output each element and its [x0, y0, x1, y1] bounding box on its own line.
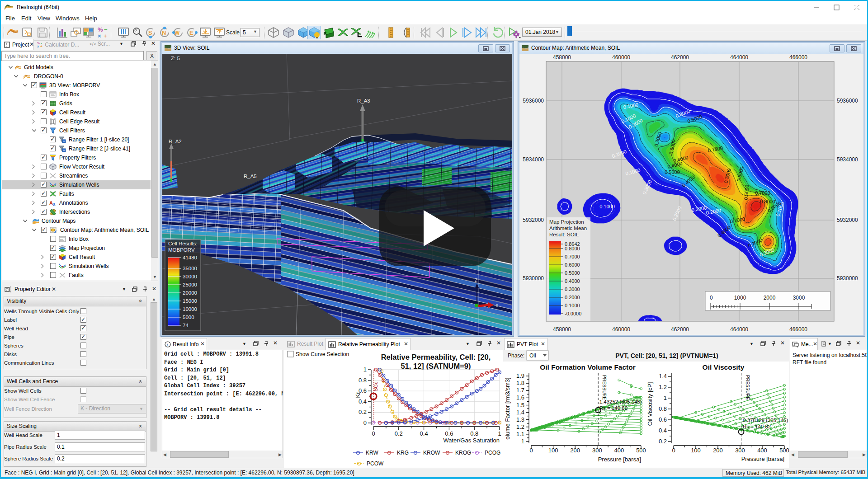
svg-text:400: 400: [757, 447, 767, 454]
svg-text:5930000: 5930000: [523, 275, 544, 282]
svg-text:Rs = 140.82: Rs = 140.82: [743, 424, 771, 429]
svg-text:Relative Permeability, Cell: [: Relative Permeability, Cell: [20,: [381, 353, 491, 361]
svg-text:0.378129 (305.145): 0.378129 (305.145): [743, 418, 788, 423]
svg-text:0: 0: [372, 430, 375, 437]
svg-text:Result: SOIL: Result: SOIL: [549, 232, 579, 237]
svg-text:462000: 462000: [671, 54, 689, 61]
svg-text:1.6: 1.6: [516, 394, 524, 401]
svg-text:X: X: [495, 303, 499, 308]
svg-text:Rs = 140.82: Rs = 140.82: [599, 405, 627, 411]
svg-text:300: 300: [592, 447, 602, 454]
svg-text:olume Factor [rm3/sm3]: olume Factor [rm3/sm3]: [504, 377, 511, 439]
svg-text:462000: 462000: [671, 326, 689, 333]
svg-text:0.6: 0.6: [445, 430, 453, 437]
svg-text:5936000: 5936000: [523, 98, 544, 104]
svg-text:1.4: 1.4: [516, 409, 524, 416]
svg-text:PCOG: PCOG: [485, 450, 500, 456]
svg-text:0: 0: [363, 419, 367, 426]
svg-text:x: x: [37, 44, 39, 47]
svg-text:PCOW: PCOW: [367, 460, 384, 467]
svg-text:5936000: 5936000: [837, 98, 858, 104]
svg-text:KROW: KROW: [423, 450, 440, 456]
svg-text:5930000: 5930000: [837, 275, 858, 282]
svg-text:3000: 3000: [793, 295, 805, 301]
svg-text:35000: 35000: [183, 266, 197, 271]
svg-text:1: 1: [498, 430, 501, 437]
svg-text:KRW: KRW: [366, 450, 378, 456]
svg-text:30000: 30000: [183, 274, 197, 279]
svg-text:500: 500: [636, 447, 646, 454]
svg-text:200: 200: [713, 447, 723, 454]
svg-text:−: −: [104, 26, 108, 33]
svg-text:41480: 41480: [183, 255, 197, 260]
svg-text:5934000: 5934000: [837, 156, 858, 163]
svg-text:0.1000: 0.1000: [599, 204, 615, 209]
svg-text:1.5: 1.5: [516, 402, 524, 409]
svg-text:460000: 460000: [612, 326, 630, 333]
svg-text:0.8: 0.8: [470, 430, 478, 437]
svg-text:Water/Gas Saturation: Water/Gas Saturation: [443, 437, 500, 444]
svg-text:1.3: 1.3: [516, 416, 524, 423]
svg-text:0.7000: 0.7000: [565, 254, 580, 259]
svg-text:1.7: 1.7: [516, 387, 524, 394]
svg-text:Oil Viscosity [cP]: Oil Viscosity [cP]: [646, 382, 653, 426]
svg-text:0.2: 0.2: [659, 438, 667, 445]
svg-text:0: 0: [672, 447, 675, 454]
svg-text:466000: 466000: [789, 54, 807, 61]
svg-text:1000: 1000: [734, 295, 746, 301]
svg-text:Pressure [barsa]: Pressure [barsa]: [598, 456, 641, 463]
svg-text:20000: 20000: [183, 290, 197, 296]
svg-text:0.8000: 0.8000: [565, 246, 580, 251]
svg-text:464000: 464000: [730, 54, 748, 61]
svg-text:100: 100: [548, 447, 558, 454]
svg-text:400: 400: [614, 447, 624, 454]
svg-text:1: 1: [363, 366, 367, 373]
svg-text:51, 12] (SATNUM=9): 51, 12] (SATNUM=9): [401, 362, 471, 370]
svg-text:0.6000: 0.6000: [565, 262, 580, 268]
svg-text:1: 1: [664, 394, 667, 401]
svg-text:0.4: 0.4: [359, 398, 367, 405]
svg-text:464000: 464000: [730, 326, 748, 333]
svg-text:2000: 2000: [764, 295, 776, 301]
svg-text:Z: Z: [475, 278, 477, 283]
svg-text:KRG: KRG: [397, 450, 409, 456]
svg-text:0.3000: 0.3000: [565, 286, 580, 292]
svg-text:Z: 5: Z: 5: [171, 56, 180, 61]
svg-text:i: i: [167, 343, 168, 347]
svg-text:100: 100: [691, 447, 701, 454]
svg-text:458000: 458000: [553, 54, 571, 61]
svg-text:0.4: 0.4: [659, 427, 667, 434]
svg-text:1.2: 1.2: [659, 384, 667, 390]
svg-text:0.8000: 0.8000: [760, 199, 775, 204]
svg-text:1.8: 1.8: [516, 380, 524, 386]
svg-text:5000: 5000: [183, 315, 194, 320]
svg-text:Oil: Oil: [529, 352, 536, 359]
svg-text:Cell Results:: Cell Results:: [168, 241, 198, 246]
svg-text:0.6: 0.6: [659, 416, 667, 423]
svg-text:1.1: 1.1: [516, 431, 524, 437]
svg-text:458000: 458000: [553, 326, 571, 333]
svg-text:+: +: [40, 44, 42, 47]
svg-text:Kr: Kr: [354, 392, 361, 398]
svg-text:0.5000: 0.5000: [665, 169, 680, 175]
svg-text:0.1000: 0.1000: [565, 303, 580, 308]
svg-text:0.4000: 0.4000: [565, 278, 580, 284]
svg-text:E: E: [189, 29, 193, 36]
svg-text:Arithmetic Mean: Arithmetic Mean: [549, 225, 587, 231]
svg-text:5932000: 5932000: [837, 217, 858, 223]
svg-text:0.2: 0.2: [395, 430, 403, 437]
svg-text:25000: 25000: [183, 282, 197, 287]
svg-text:W: W: [175, 30, 180, 36]
svg-text:0.5000: 0.5000: [565, 270, 580, 276]
svg-text:0.8: 0.8: [359, 377, 367, 384]
svg-text:+: +: [104, 33, 107, 39]
svg-text:PRESSURE: PRESSURE: [602, 375, 607, 400]
svg-text:300: 300: [735, 447, 745, 454]
svg-text:Pressure [barsa]: Pressure [barsa]: [741, 456, 784, 462]
svg-text:0.7000: 0.7000: [755, 190, 770, 196]
svg-text:Oil Formation Volume Factor: Oil Formation Volume Factor: [540, 363, 636, 371]
svg-text:1.4: 1.4: [659, 373, 667, 380]
svg-text:5932000: 5932000: [523, 217, 544, 223]
svg-text:74: 74: [183, 323, 189, 328]
svg-text:500: 500: [779, 447, 789, 454]
